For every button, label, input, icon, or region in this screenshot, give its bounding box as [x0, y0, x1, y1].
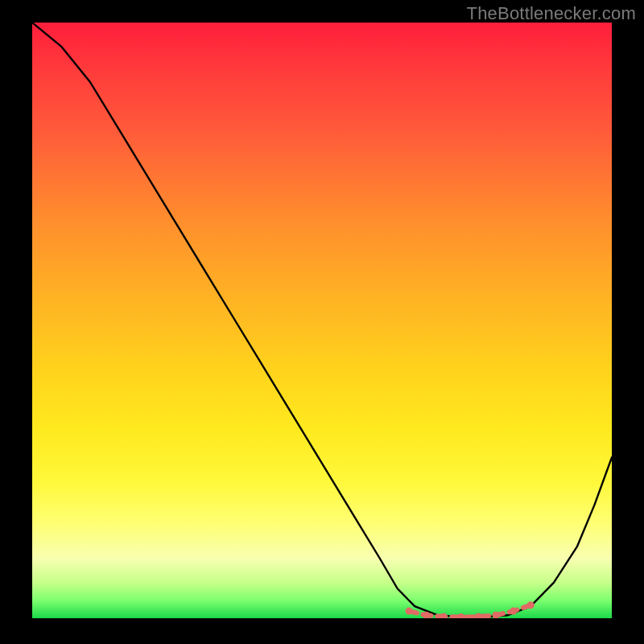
- chart-container: TheBottlenecker.com: [0, 0, 644, 644]
- marker-dot: [440, 613, 448, 618]
- plot-area: [32, 23, 612, 618]
- marker-dot: [475, 613, 482, 618]
- plot-frame: [32, 23, 612, 618]
- marker-dot: [457, 613, 464, 618]
- curve-layer: [32, 23, 612, 618]
- attribution-text: TheBottlenecker.com: [467, 3, 636, 24]
- marker-dot: [510, 608, 517, 615]
- marker-dot: [406, 608, 413, 615]
- curve-line: [32, 23, 612, 617]
- marker-dot: [527, 601, 535, 609]
